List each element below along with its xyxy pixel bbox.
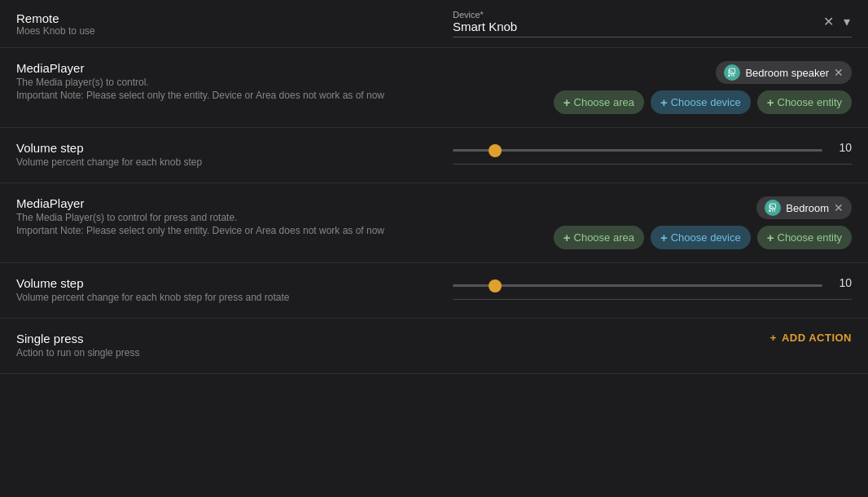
media-player-2-tags: Bedroom ✕ bbox=[756, 196, 852, 219]
volume-step-2-section: Volume step Volume percent change for ea… bbox=[0, 263, 868, 319]
volume-step-1-label-group: Volume step Volume percent change for ea… bbox=[16, 141, 202, 169]
volume-step-2-title: Volume step bbox=[16, 276, 290, 290]
media-player-1-controls: Bedroom speaker ✕ + Choose area + Choose… bbox=[453, 61, 852, 114]
add-action-plus-icon: + bbox=[770, 332, 777, 344]
device-selector: Device* Smart Knob ✕ ▾ bbox=[453, 10, 852, 37]
volume-step-2-value: 10 bbox=[832, 276, 852, 289]
media-player-2-tag-close[interactable]: ✕ bbox=[834, 202, 844, 213]
media-player-2-tag-label: Bedroom bbox=[786, 202, 829, 214]
volume-step-1-subtitle: Volume percent change for each knob step bbox=[16, 156, 202, 168]
media-player-2-section: MediaPlayer The Media Player(s) to contr… bbox=[0, 183, 868, 263]
plus-icon-entity-1: + bbox=[767, 95, 774, 109]
choose-entity-btn-1[interactable]: + Choose entity bbox=[757, 90, 852, 114]
cast-icon-2 bbox=[765, 200, 781, 216]
choose-device-btn-2[interactable]: + Choose device bbox=[651, 226, 751, 249]
plus-icon-area-2: + bbox=[563, 231, 571, 244]
media-player-1-section: MediaPlayer The Media player(s) to contr… bbox=[0, 48, 868, 128]
svg-rect-0 bbox=[729, 74, 730, 76]
remote-title: Remote bbox=[16, 11, 95, 25]
choose-device-label-2: Choose device bbox=[671, 231, 741, 244]
media-player-2-tag: Bedroom ✕ bbox=[756, 196, 852, 219]
media-player-2-action-btns: + Choose area + Choose device + Choose e… bbox=[554, 226, 852, 249]
single-press-section: Single press Action to run on single pre… bbox=[0, 319, 868, 374]
choose-area-label-1: Choose area bbox=[574, 96, 634, 108]
volume-step-1-title: Volume step bbox=[16, 141, 202, 155]
media-player-2-subtitle: The Media Player(s) to control for press… bbox=[16, 212, 384, 223]
remote-label-group: Remote Moes Knob to use bbox=[16, 11, 95, 37]
volume-step-1-row: Volume step Volume percent change for ea… bbox=[16, 141, 852, 169]
plus-icon-area-1: + bbox=[563, 95, 571, 109]
choose-area-btn-1[interactable]: + Choose area bbox=[554, 90, 644, 114]
plus-icon-device-1: + bbox=[660, 95, 668, 109]
media-player-1-subtitle: The Media player(s) to control. bbox=[16, 77, 384, 88]
single-press-row: Single press Action to run on single pre… bbox=[16, 332, 852, 360]
add-action-button[interactable]: + ADD ACTION bbox=[770, 332, 852, 344]
choose-device-btn-1[interactable]: + Choose device bbox=[651, 90, 751, 114]
volume-step-1-section: Volume step Volume percent change for ea… bbox=[0, 128, 868, 183]
media-player-2-controls: Bedroom ✕ + Choose area + Choose device … bbox=[453, 196, 852, 249]
volume-step-1-controls: 10 bbox=[453, 141, 852, 165]
media-player-1-action-btns: + Choose area + Choose device + Choose e… bbox=[554, 90, 852, 114]
media-player-1-tags: Bedroom speaker ✕ bbox=[716, 61, 852, 84]
choose-device-label-1: Choose device bbox=[671, 96, 741, 108]
remote-subtitle: Moes Knob to use bbox=[16, 25, 95, 37]
media-player-2-note: Important Note: Please select only the e… bbox=[16, 225, 384, 236]
device-label-group: Device* Smart Knob bbox=[453, 10, 517, 33]
add-action-label: ADD ACTION bbox=[782, 332, 852, 344]
volume-step-1-slider[interactable] bbox=[453, 149, 822, 152]
single-press-controls: + ADD ACTION bbox=[453, 332, 852, 344]
single-press-title: Single press bbox=[16, 332, 139, 345]
volume-step-2-label-group: Volume step Volume percent change for ea… bbox=[16, 276, 290, 305]
device-label: Device* bbox=[453, 10, 517, 20]
single-press-label-group: Single press Action to run on single pre… bbox=[16, 332, 139, 360]
volume-step-2-controls: 10 bbox=[453, 276, 852, 300]
media-player-1-tag-close[interactable]: ✕ bbox=[834, 67, 844, 78]
volume-step-1-slider-row: 10 bbox=[453, 141, 852, 154]
volume-step-2-slider-row: 10 bbox=[453, 276, 852, 289]
choose-area-label-2: Choose area bbox=[574, 231, 634, 244]
choose-entity-label-1: Choose entity bbox=[778, 96, 843, 108]
device-dropdown-button[interactable]: ▾ bbox=[842, 12, 852, 31]
volume-step-2-slider-wrapper bbox=[453, 276, 822, 289]
volume-step-2-underline bbox=[453, 299, 852, 300]
media-player-2-row: MediaPlayer The Media Player(s) to contr… bbox=[16, 196, 852, 249]
volume-step-1-underline bbox=[453, 164, 852, 165]
choose-entity-btn-2[interactable]: + Choose entity bbox=[757, 226, 852, 249]
media-player-2-title: MediaPlayer bbox=[16, 196, 384, 210]
device-clear-button[interactable]: ✕ bbox=[822, 12, 835, 31]
choose-area-btn-2[interactable]: + Choose area bbox=[554, 226, 644, 249]
volume-step-2-slider[interactable] bbox=[453, 284, 822, 287]
plus-icon-entity-2: + bbox=[767, 231, 774, 244]
volume-step-2-row: Volume step Volume percent change for ea… bbox=[16, 276, 852, 305]
media-player-1-label-group: MediaPlayer The Media player(s) to contr… bbox=[16, 61, 384, 101]
choose-entity-label-2: Choose entity bbox=[778, 231, 843, 244]
remote-section: Remote Moes Knob to use Device* Smart Kn… bbox=[0, 0, 868, 48]
media-player-2-label-group: MediaPlayer The Media Player(s) to contr… bbox=[16, 196, 384, 236]
svg-rect-2 bbox=[769, 209, 770, 211]
single-press-subtitle: Action to run on single press bbox=[16, 347, 139, 358]
cast-icon-1 bbox=[724, 64, 740, 81]
volume-step-1-value: 10 bbox=[832, 141, 852, 154]
media-player-1-title: MediaPlayer bbox=[16, 61, 384, 75]
device-icons: ✕ ▾ bbox=[822, 12, 852, 31]
plus-icon-device-2: + bbox=[660, 231, 668, 244]
volume-step-1-slider-wrapper bbox=[453, 141, 822, 154]
device-value: Smart Knob bbox=[453, 20, 517, 33]
media-player-1-row: MediaPlayer The Media player(s) to contr… bbox=[16, 61, 852, 114]
volume-step-2-subtitle: Volume percent change for each knob step… bbox=[16, 292, 290, 303]
media-player-1-tag: Bedroom speaker ✕ bbox=[716, 61, 852, 84]
media-player-1-note: Important Note: Please select only the e… bbox=[16, 90, 384, 101]
media-player-1-tag-label: Bedroom speaker bbox=[745, 67, 829, 79]
